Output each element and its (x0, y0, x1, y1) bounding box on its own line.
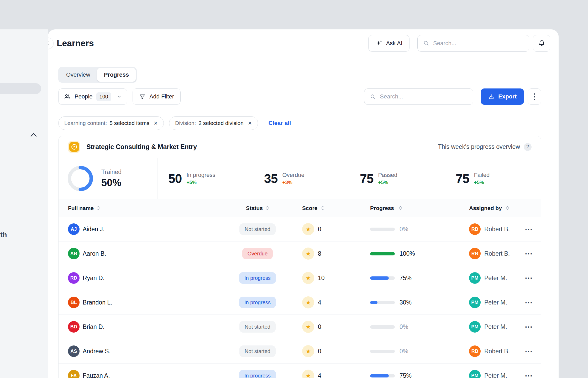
sort-icon (321, 206, 325, 211)
stat-delta: +5% (474, 180, 490, 185)
search-icon (423, 40, 429, 46)
header-search-input[interactable] (433, 40, 524, 47)
sidebar: th (0, 29, 48, 378)
learner-cell: AB Aaron B. (59, 248, 226, 259)
people-filter-button[interactable]: People 100 (58, 88, 127, 105)
add-filter-button[interactable]: Add Filter (133, 88, 181, 105)
notifications-button[interactable] (533, 35, 550, 52)
sparkle-icon (375, 40, 382, 47)
table-search-input[interactable] (380, 93, 468, 100)
people-count-badge: 100 (96, 92, 111, 101)
assigned-by-cell: PM Peter M. (447, 272, 515, 284)
card-header-right: This week's progress overview ? (438, 143, 532, 151)
export-button[interactable]: Export (481, 88, 524, 105)
learner-name: Aiden J. (83, 226, 104, 233)
chip-value: 2 selected division (198, 120, 244, 126)
progress-label: 0% (400, 348, 408, 355)
toolbar-actions: Export ⋮ (364, 88, 541, 105)
progress-fill (370, 374, 389, 377)
column-header-progress[interactable]: Progress (363, 205, 447, 211)
progress-fill (370, 252, 395, 255)
tab-progress[interactable]: Progress (97, 68, 136, 82)
score-cell: ★ 0 (289, 223, 363, 235)
column-label: Score (302, 205, 317, 211)
row-menu-button[interactable]: ⋯ (525, 301, 533, 304)
filter-chip-learning-content[interactable]: Learning content: 5 selected items ✕ (58, 116, 164, 130)
status-badge: In progress (239, 297, 276, 308)
progress-fill (370, 276, 389, 280)
chip-value: 5 selected items (109, 120, 149, 126)
remove-filter-icon[interactable]: ✕ (154, 120, 158, 126)
people-filter-label: People (75, 93, 93, 100)
row-actions-cell: ⋯ (515, 276, 541, 280)
more-options-button[interactable]: ⋮ (528, 88, 541, 105)
column-header-score[interactable]: Score (289, 205, 363, 211)
tab-overview[interactable]: Overview (59, 68, 97, 82)
chevron-left-icon (48, 40, 51, 46)
clear-all-link[interactable]: Clear all (269, 120, 291, 127)
stat-failed: 75 Failed +5% (445, 158, 541, 199)
sort-icon (96, 206, 100, 211)
assigned-avatar: PM (469, 297, 481, 308)
status-badge: Not started (239, 321, 276, 333)
chip-label: Division: (175, 120, 196, 126)
table-row: AS Andrew S. Not started ★ 0 0% RB Rober… (59, 339, 541, 364)
row-menu-button[interactable]: ⋯ (525, 374, 533, 377)
page-header: Learners Ask AI (48, 29, 559, 57)
column-header-assigned-by[interactable]: Assigned by (447, 205, 515, 211)
assigned-avatar: PM (469, 370, 481, 378)
score-value: 4 (318, 299, 321, 306)
column-header-status[interactable]: Status (226, 205, 289, 211)
stat-in-progress: 50 In progress +5% (158, 158, 254, 199)
row-actions-cell: ⋯ (515, 301, 541, 304)
remove-filter-icon[interactable]: ✕ (248, 120, 252, 126)
row-menu-button[interactable]: ⋯ (525, 350, 533, 353)
stat-label: In progress (186, 172, 215, 178)
sidebar-item-label-partial[interactable]: th (0, 231, 7, 239)
row-menu-button[interactable]: ⋯ (525, 228, 533, 231)
filter-chip-division[interactable]: Division: 2 selected division ✕ (169, 116, 258, 130)
chevron-up-icon[interactable] (30, 133, 37, 137)
table-header: Full name Status Score Progress Assigned… (59, 199, 541, 217)
status-badge: In progress (239, 272, 276, 284)
column-header-full-name[interactable]: Full name (59, 205, 226, 211)
course-icon: ? (68, 141, 80, 153)
assigned-avatar: PM (469, 321, 481, 333)
sidebar-selected-item[interactable] (0, 83, 41, 94)
assigned-avatar: RB (469, 223, 481, 235)
status-cell: In progress (226, 297, 289, 308)
table-row: AJ Aiden J. Not started ★ 0 0% RB Robert… (59, 217, 541, 242)
main-panel: Learners Ask AI Over (48, 29, 559, 378)
progress-label: 0% (400, 323, 408, 330)
table-search (364, 88, 473, 105)
trained-label: Trained (101, 169, 122, 176)
assigned-name: Robert B. (484, 250, 510, 257)
learner-cell: AS Andrew S. (59, 345, 226, 357)
stat-delta: +5% (378, 180, 397, 185)
back-button[interactable] (48, 38, 54, 49)
progress-cell: 0% (363, 226, 447, 233)
ask-ai-button[interactable]: Ask AI (368, 35, 410, 52)
users-icon (64, 93, 71, 100)
stat-delta: +5% (186, 180, 215, 185)
progress-fill (370, 301, 377, 304)
row-actions-cell: ⋯ (515, 350, 541, 353)
help-icon[interactable]: ? (524, 143, 532, 151)
assigned-by-cell: PM Peter M. (447, 297, 515, 308)
score-value: 8 (318, 250, 321, 257)
row-actions-cell: ⋯ (515, 374, 541, 377)
stat-delta: +3% (282, 180, 304, 185)
stat-value: 75 (360, 171, 373, 186)
assigned-avatar: RB (469, 248, 481, 259)
progress-bar (370, 374, 395, 377)
row-menu-button[interactable]: ⋯ (525, 276, 533, 280)
row-menu-button[interactable]: ⋯ (525, 325, 533, 328)
score-value: 0 (318, 226, 321, 233)
filter-toolbar: People 100 Add Filter (58, 88, 541, 105)
avatar: RD (68, 272, 80, 284)
row-menu-button[interactable]: ⋯ (525, 252, 533, 255)
learner-name: Andrew S. (83, 348, 111, 355)
export-label: Export (498, 93, 517, 100)
table-row: BD Brian D. Not started ★ 0 0% PM Peter … (59, 315, 541, 339)
score-value: 0 (318, 348, 321, 355)
